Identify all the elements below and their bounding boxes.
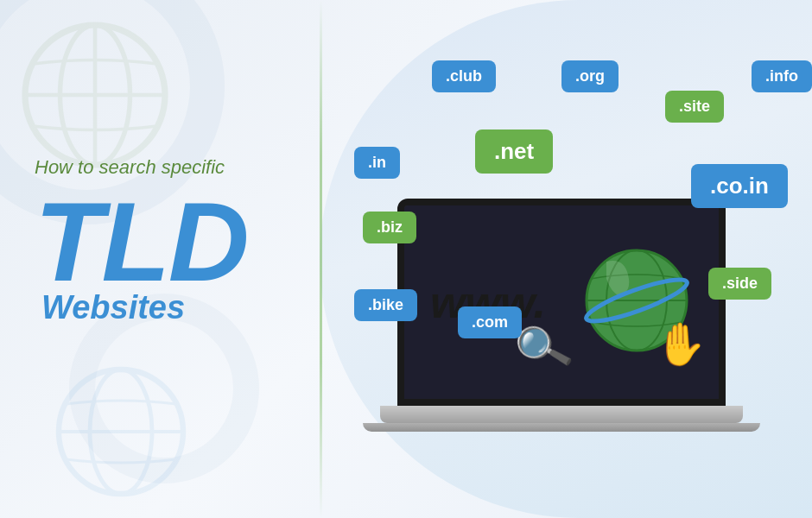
green-separator	[320, 0, 322, 518]
laptop-screen: www. 🔍	[397, 199, 726, 406]
laptop-screen-inner: www. 🔍	[404, 205, 719, 399]
watermark-globe-bottomleft	[52, 363, 190, 501]
badge-biz: .biz	[363, 212, 416, 243]
hand-cursor-icon: 🤚	[654, 320, 706, 369]
laptop: www. 🔍	[397, 199, 726, 432]
badge-net: .net	[475, 130, 553, 174]
badge-com: .com	[458, 306, 522, 338]
left-content: How to search specific TLD Websites	[35, 155, 248, 326]
badge-in: .in	[354, 147, 400, 179]
globe-container: 🤚	[580, 244, 693, 360]
tld-heading: TLD	[35, 186, 248, 298]
badge-bike: .bike	[354, 289, 417, 321]
laptop-base	[380, 406, 743, 423]
subtitle-text: How to search specific	[35, 155, 248, 180]
laptop-foot	[363, 423, 760, 432]
badge-site: .site	[665, 91, 724, 123]
badge-coin: .co.in	[691, 164, 788, 208]
laptop-area: .club .org .site .info .in .net .co.in .…	[328, 52, 795, 483]
watermark-globe-topleft	[17, 17, 173, 173]
badge-org: .org	[561, 60, 619, 92]
badge-side: .side	[708, 268, 771, 300]
badge-club: .club	[432, 60, 496, 92]
badge-info: .info	[752, 60, 812, 92]
